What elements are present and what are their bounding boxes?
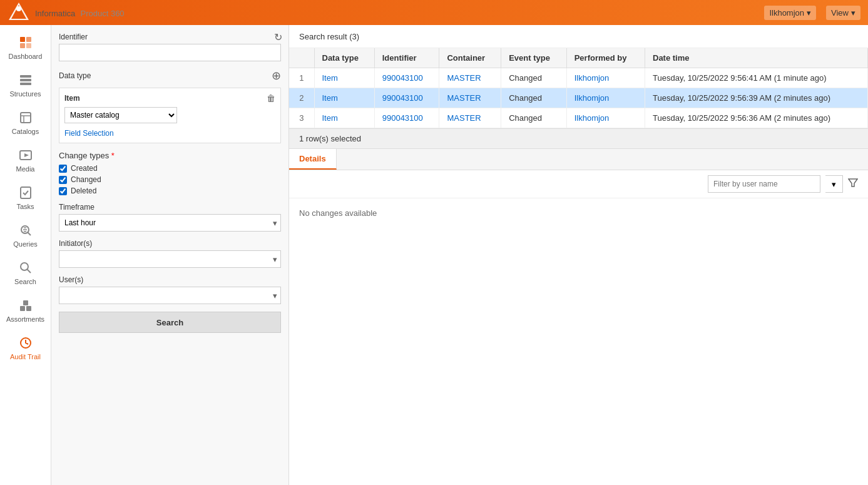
results-title: Search result (3)	[299, 32, 359, 41]
informatica-logo	[8, 1, 30, 24]
initiators-select[interactable]	[59, 250, 281, 268]
view-menu[interactable]: View ▾	[826, 6, 860, 20]
table-row[interactable]: 3Item990043100MASTERChangedIlkhomjonTues…	[289, 108, 868, 128]
svg-point-2	[16, 6, 21, 11]
col-data-type: Data type	[314, 48, 374, 68]
user-chevron-icon: ▾	[807, 8, 811, 18]
col-num	[289, 48, 314, 68]
identifier-cell[interactable]: Item	[322, 73, 338, 83]
performed-by-cell[interactable]: Ilkhomjon	[574, 93, 610, 103]
svg-rect-24	[26, 306, 31, 311]
identifier-cell[interactable]: Item	[322, 113, 338, 123]
header-left: Informatica Product 360	[8, 1, 764, 24]
initiators-label: Initiator(s)	[59, 239, 281, 248]
table-cell: 1	[289, 68, 314, 88]
svg-marker-27	[849, 179, 857, 186]
details-toolbar: ▾	[289, 170, 868, 198]
sidebar-item-audit-trail[interactable]: Audit Trail	[2, 330, 49, 365]
audit-trail-label: Audit Trail	[10, 353, 41, 360]
delete-data-type-button[interactable]: 🗑	[267, 93, 275, 103]
col-performed-by: Performed by	[566, 48, 645, 68]
table-row[interactable]: 1Item990043100MASTERChangedIlkhomjonTues…	[289, 68, 868, 88]
view-chevron-icon: ▾	[851, 8, 855, 18]
results-header: Search result (3)	[289, 25, 868, 48]
table-cell[interactable]: MASTER	[447, 93, 481, 103]
checkbox-changed: Changed	[59, 175, 281, 184]
timeframe-select[interactable]: Last hour Last 24 hours Last week Last m…	[59, 214, 281, 232]
details-body: No changes available	[289, 198, 868, 485]
identifier-input[interactable]	[59, 44, 281, 61]
svg-rect-9	[20, 83, 31, 85]
catalog-dropdown[interactable]: Master catalog	[64, 107, 177, 123]
svg-marker-14	[24, 153, 29, 157]
structures-icon	[18, 73, 33, 88]
add-data-type-button[interactable]: ⊕	[272, 69, 281, 83]
tab-details[interactable]: Details	[289, 149, 337, 170]
svg-line-22	[27, 269, 31, 273]
sidebar-item-catalogs[interactable]: Catalogs	[2, 105, 49, 140]
svg-rect-7	[20, 75, 31, 78]
table-cell: Changed	[501, 108, 567, 128]
filter-funnel-icon	[848, 180, 858, 190]
right-content: Search result (3) Data type Identifier C…	[289, 25, 868, 485]
table-cell[interactable]: MASTER	[447, 73, 481, 83]
sidebar-item-tasks[interactable]: Tasks	[2, 180, 49, 215]
username: Ilkhomjon	[769, 8, 804, 18]
sidebar-item-structures[interactable]: Structures	[2, 68, 49, 103]
created-checkbox[interactable]	[59, 165, 67, 173]
catalogs-icon	[18, 110, 33, 125]
svg-rect-6	[26, 43, 31, 48]
field-selection-link[interactable]: Field Selection	[64, 129, 114, 138]
refresh-button[interactable]: ↻	[274, 31, 282, 43]
table-cell: 3	[289, 108, 314, 128]
svg-rect-3	[20, 37, 25, 42]
container-cell[interactable]: 990043100	[382, 93, 423, 103]
filter-icon-button[interactable]	[848, 178, 858, 190]
svg-rect-23	[20, 306, 25, 311]
performed-by-cell[interactable]: Ilkhomjon	[574, 73, 610, 83]
filter-by-username-input[interactable]	[708, 175, 820, 193]
sidebar-item-assortments[interactable]: Assortments	[2, 293, 49, 328]
catalogs-label: Catalogs	[12, 128, 39, 135]
table-cell[interactable]: MASTER	[447, 113, 481, 123]
structures-label: Structures	[9, 90, 41, 98]
table-cell: Tuesday, 10/25/2022 9:56:36 AM (2 minute…	[645, 108, 868, 128]
performed-by-cell[interactable]: Ilkhomjon	[574, 113, 610, 123]
sidebar-item-queries[interactable]: Queries	[2, 218, 49, 253]
sidebar-item-dashboard[interactable]: Dashboard	[2, 30, 49, 65]
container-cell[interactable]: 990043100	[382, 73, 423, 83]
col-date-time: Date time	[645, 48, 868, 68]
users-label: User(s)	[59, 275, 281, 284]
selected-info: 1 row(s) selected	[289, 129, 868, 149]
table-row[interactable]: 2Item990043100MASTERChangedIlkhomjonTues…	[289, 88, 868, 108]
sidebar-item-media[interactable]: Media	[2, 143, 49, 178]
changed-checkbox[interactable]	[59, 176, 67, 184]
filter-dropdown-chevron-icon: ▾	[832, 180, 836, 189]
container-cell[interactable]: 990043100	[382, 113, 423, 123]
data-type-group: Data type ⊕ Item 🗑 Master catalog Field …	[59, 69, 281, 143]
search-button[interactable]: Search	[59, 312, 281, 333]
tab-details-label: Details	[299, 154, 326, 163]
created-label: Created	[71, 164, 98, 173]
identifier-label: Identifier	[59, 33, 281, 41]
filter-dropdown-button[interactable]: ▾	[825, 175, 843, 193]
tasks-icon	[18, 185, 33, 200]
table-cell: Changed	[501, 88, 567, 108]
table-cell: Changed	[501, 68, 567, 88]
col-container: Container	[439, 48, 501, 68]
details-section: 1 row(s) selected Details ▾ No c	[289, 129, 868, 485]
queries-icon	[18, 223, 33, 238]
deleted-checkbox[interactable]	[59, 187, 67, 195]
search-nav-label: Search	[14, 278, 36, 285]
media-icon	[18, 148, 33, 163]
user-menu[interactable]: Ilkhomjon ▾	[764, 6, 816, 20]
users-select[interactable]	[59, 287, 281, 304]
change-types-label: Change types *	[59, 151, 281, 160]
identifier-cell[interactable]: Item	[322, 93, 338, 103]
app-title: Informatica Product 360	[35, 8, 125, 18]
no-changes-text: No changes available	[299, 208, 377, 218]
sidebar-item-search[interactable]: Search	[2, 255, 49, 290]
view-label: View	[831, 8, 849, 18]
filter-panel: ↻ Identifier Data type ⊕ Item 🗑 Master c…	[51, 25, 289, 485]
search-nav-icon	[18, 260, 33, 275]
